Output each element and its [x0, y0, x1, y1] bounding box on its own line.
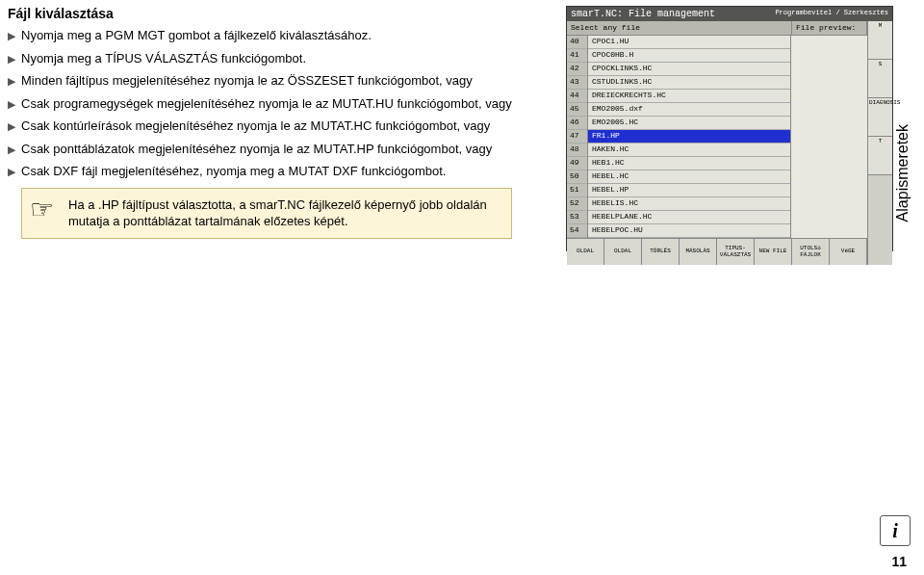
file-row[interactable]: HEBELPLANE.HC [588, 211, 790, 224]
line-number: 54 [567, 224, 587, 238]
bullet-item: ▶ Csak ponttáblázatok megjelenítéséhez n… [8, 141, 549, 158]
softkey-button[interactable]: OLDAL [567, 239, 604, 265]
bullet-text: Csak DXF fájl megjelenítéséhez, nyomja m… [21, 163, 549, 180]
instructions-column: Fájl kiválasztása ▶ Nyomja meg a PGM MGT… [8, 6, 566, 251]
line-number: 40 [567, 36, 587, 49]
line-number: 53 [567, 211, 587, 224]
triangle-icon: ▶ [8, 72, 21, 89]
line-number: 48 [567, 144, 587, 157]
softkey-button[interactable]: UTOLSó FÁJLOK [792, 239, 830, 265]
line-number: 42 [567, 63, 587, 76]
bullet-item: ▶ Nyomja meg a TÍPUS VÁLASZTÁS funkciógo… [8, 50, 549, 67]
file-header-row: Select any file File preview: [567, 21, 867, 36]
screenshot-column: smarT.NC: File management Programbevitel… [566, 6, 893, 251]
info-icon: i [880, 515, 911, 546]
bullet-item: ▶ Minden fájltípus megjelenítéséhez nyom… [8, 72, 549, 90]
line-number: 52 [567, 197, 587, 211]
line-number: 46 [567, 117, 587, 130]
sidebar-button[interactable]: S [868, 60, 892, 98]
file-row[interactable]: FR1.HP [588, 130, 790, 144]
file-row[interactable]: HEBEL.HC [588, 170, 790, 184]
file-preview-label: File preview: [792, 21, 867, 35]
softkey-button[interactable]: VéGE [830, 239, 867, 265]
page-number: 11 [891, 554, 907, 569]
bullet-item: ▶ Nyomja meg a PGM MGT gombot a fájlkeze… [8, 27, 549, 44]
triangle-icon: ▶ [8, 50, 21, 66]
chapter-side-label: Alapismeretek [894, 124, 911, 222]
file-row[interactable]: DREIECKRECHTS.HC [588, 90, 790, 103]
bullet-text: Minden fájltípus megjelenítéséhez nyomja… [21, 72, 549, 90]
file-list: 404142434445464748495051525354 CPOC1.HUC… [567, 36, 867, 238]
pointing-hand-icon: ☞ [30, 196, 68, 230]
cnc-screenshot: smarT.NC: File management Programbevitel… [566, 6, 893, 251]
line-number: 41 [567, 49, 587, 63]
bullet-text: Csak kontúrleírások megjelenítéséhez nyo… [21, 118, 549, 135]
screenshot-title-left: smarT.NC: File management [571, 9, 715, 19]
file-row[interactable]: CSTUDLINKS.HC [588, 76, 790, 90]
file-row[interactable]: HAKEN.HC [588, 144, 790, 157]
file-row[interactable]: CPOC0HB.H [588, 49, 790, 63]
line-number: 43 [567, 76, 587, 90]
bullet-item: ▶ Csak programegységek megjelenítéséhez … [8, 95, 549, 113]
line-number: 45 [567, 103, 587, 117]
file-row[interactable]: HEBEL.HP [588, 184, 790, 197]
bullet-text: Csak programegységek megjelenítéséhez ny… [21, 95, 549, 113]
bullet-item: ▶ Csak kontúrleírások megjelenítéséhez n… [8, 118, 549, 135]
triangle-icon: ▶ [8, 95, 21, 112]
file-row[interactable]: HEBELPOC.HU [588, 224, 790, 238]
softkey-row: OLDALOLDALTÖRLÉSMÁSOLÁSTIPUS-VÁLASZTÁSNE… [567, 238, 867, 265]
sidebar-button[interactable]: T [868, 137, 892, 175]
triangle-icon: ▶ [8, 141, 21, 157]
file-row[interactable]: HEBELIS.HC [588, 197, 790, 211]
softkey-button[interactable]: OLDAL [604, 239, 642, 265]
file-preview-panel [790, 36, 867, 238]
softkey-button[interactable]: TÖRLÉS [642, 239, 680, 265]
line-number-column: 404142434445464748495051525354 [567, 36, 588, 238]
softkey-button[interactable]: TIPUS-VÁLASZTÁS [717, 239, 755, 265]
note-box: ☞ Ha a .HP fájltípust választotta, a sma… [21, 188, 512, 239]
file-row[interactable]: CPOC1.HU [588, 36, 790, 49]
softkey-button[interactable]: NEW FILE [755, 239, 792, 265]
line-number: 51 [567, 184, 587, 197]
section-title: Fájl kiválasztása [8, 6, 549, 21]
file-area: Select any file File preview: 4041424344… [567, 21, 867, 265]
file-name-column: CPOC1.HUCPOC0HB.HCPOCKLINKS.HCCSTUDLINKS… [588, 36, 790, 238]
right-sidebar: MSDIAGNOSIST [867, 21, 892, 265]
file-row[interactable]: CPOCKLINKS.HC [588, 63, 790, 76]
bullet-text: Csak ponttáblázatok megjelenítéséhez nyo… [21, 141, 549, 158]
screenshot-title-right: Programbevitel / Szerkesztés [775, 9, 888, 19]
triangle-icon: ▶ [8, 118, 21, 134]
line-number: 50 [567, 170, 587, 184]
sidebar-button[interactable]: M [868, 21, 892, 60]
screenshot-body: Select any file File preview: 4041424344… [567, 21, 892, 265]
file-row[interactable]: EMO2005.dxf [588, 103, 790, 117]
select-file-label: Select any file [567, 21, 792, 35]
triangle-icon: ▶ [8, 163, 21, 179]
line-number: 49 [567, 157, 587, 170]
bullet-text: Nyomja meg a PGM MGT gombot a fájlkezelő… [21, 27, 549, 44]
document-page: Fájl kiválasztása ▶ Nyomja meg a PGM MGT… [0, 0, 924, 251]
softkey-button[interactable]: MÁSOLÁS [680, 239, 717, 265]
triangle-icon: ▶ [8, 27, 21, 43]
line-number: 44 [567, 90, 587, 103]
bullet-text: Nyomja meg a TÍPUS VÁLASZTÁS funkciógomb… [21, 50, 549, 67]
file-row[interactable]: EMO2005.HC [588, 117, 790, 130]
sidebar-button[interactable]: DIAGNOSIS [868, 98, 892, 137]
bullet-item: ▶ Csak DXF fájl megjelenítéséhez, nyomja… [8, 163, 549, 180]
note-text: Ha a .HP fájltípust választotta, a smarT… [68, 196, 501, 230]
screenshot-titlebar: smarT.NC: File management Programbevitel… [567, 7, 892, 21]
file-row[interactable]: HEB1.HC [588, 157, 790, 170]
line-number: 47 [567, 130, 587, 144]
